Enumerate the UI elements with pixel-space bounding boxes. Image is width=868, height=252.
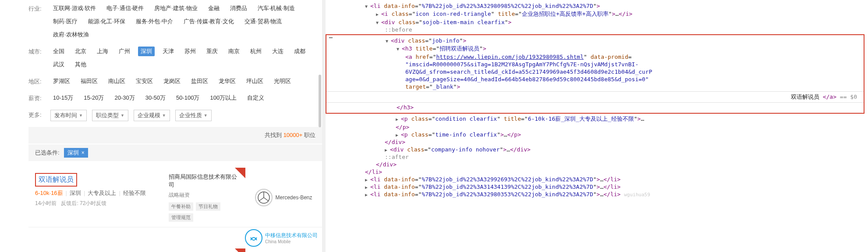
condition-tag[interactable]: 深圳 × bbox=[64, 148, 88, 158]
job-left: 双语解说员6-10k·16薪|深圳|大专及以上|经验不限14小时前 反馈后: 7… bbox=[28, 168, 164, 227]
dt-selected-marker: == $0 bbox=[836, 94, 857, 100]
filter-label: 更多: bbox=[28, 110, 50, 119]
dt-text-node: 双语解说员 bbox=[791, 94, 819, 100]
filter-item[interactable]: 10-15万 bbox=[50, 93, 76, 103]
filter-item[interactable]: 罗湖区 bbox=[50, 76, 73, 86]
pane-divider[interactable] bbox=[322, 0, 326, 252]
job-location: 深圳 bbox=[70, 190, 81, 196]
filter-item[interactable]: 南山区 bbox=[106, 76, 128, 86]
company-stage: 战略融资 bbox=[169, 191, 241, 199]
close-icon[interactable]: × bbox=[81, 150, 85, 156]
filter-item[interactable]: 50-100万 bbox=[174, 93, 202, 103]
conditions-label: 已选条件: bbox=[35, 149, 60, 157]
filter-item[interactable]: 政府·农林牧渔 bbox=[50, 30, 92, 40]
company-name[interactable]: 招商局国际信息技术有限公司 bbox=[169, 173, 241, 189]
job-mid: 招商局国际信息技术有限公司战略融资午餐补助节日礼物管理规范 bbox=[164, 168, 245, 227]
filter-item[interactable]: 服务·外包·中介 bbox=[133, 17, 176, 26]
job-tag: 节日礼物 bbox=[196, 202, 220, 211]
filter-item[interactable]: 上海 bbox=[94, 47, 111, 56]
filter-item[interactable]: 30-50万 bbox=[143, 93, 168, 103]
job-row: 法务经理20-30k·12薪|深圳-福田区|统招本科|3-5年9小时前 反馈后:… bbox=[28, 248, 322, 252]
filter-panel: 行业: 互联网·游戏·软件电子·通信·硬件房地产·建筑·物业金融消费品汽车·机械… bbox=[0, 0, 322, 252]
mercedes-logo-icon bbox=[255, 189, 273, 206]
filter-item[interactable]: 重庆 bbox=[204, 47, 220, 56]
dt-attr-value: %7B%22job_id%22%3A32980985%2C%22job_kind… bbox=[422, 3, 593, 9]
filter-item[interactable]: 20-30万 bbox=[112, 93, 138, 103]
filter-label: 城市: bbox=[28, 47, 50, 56]
job-tag: 午餐补助 bbox=[169, 202, 193, 211]
filter-label: 薪资: bbox=[28, 93, 50, 102]
filter-item[interactable]: 互联网·游戏·软件 bbox=[50, 4, 99, 13]
filter-item[interactable]: 交通·贸易·物流 bbox=[242, 17, 284, 26]
filter-item[interactable]: 消费品 bbox=[227, 4, 250, 13]
dt-attr-value: sojob-item-main clearfix bbox=[422, 19, 505, 25]
filter-item[interactable]: 杭州 bbox=[248, 47, 264, 56]
filter-item[interactable]: 全国 bbox=[50, 47, 67, 56]
job-right[interactable]: K酷狗音乐 bbox=[245, 248, 322, 252]
summary-prefix: 共找到 bbox=[265, 132, 283, 138]
corner-flag-icon bbox=[235, 248, 245, 252]
filter-item[interactable]: 苏州 bbox=[182, 47, 198, 56]
filter-item[interactable]: 自定义 bbox=[244, 93, 267, 103]
dt-pseudo: ::before bbox=[385, 26, 412, 33]
filter-row-industry: 行业: 互联网·游戏·软件电子·通信·硬件房地产·建筑·物业金融消费品汽车·机械… bbox=[28, 0, 322, 43]
filter-item[interactable]: 金融 bbox=[205, 4, 222, 13]
filter-item[interactable]: 坪山区 bbox=[244, 76, 266, 86]
filter-item[interactable]: 光明区 bbox=[271, 76, 294, 86]
summary-count: 10000+ bbox=[283, 132, 303, 138]
filter-item[interactable]: 天津 bbox=[160, 47, 177, 56]
filter-item[interactable]: 能源·化工·环保 bbox=[85, 17, 128, 26]
selected-conditions: 已选条件: 深圳 × bbox=[28, 144, 322, 161]
filter-item[interactable]: 龙岗区 bbox=[161, 76, 183, 86]
dt-attr-value: 招聘双语解说员 bbox=[439, 45, 479, 52]
filter-item[interactable]: 深圳 bbox=[138, 47, 155, 56]
filter-item[interactable]: 北京 bbox=[72, 47, 89, 56]
extra-logo-row: 中移信息技术有限公司China Mobile bbox=[28, 227, 322, 248]
filter-item[interactable]: 南京 bbox=[226, 47, 242, 56]
filter-item[interactable]: 宝安区 bbox=[133, 76, 156, 86]
devtools-highlight-box: ⋯ ▼<div class="job-info"> ▼<h3 title="招聘… bbox=[326, 34, 864, 114]
chevron-down-icon: ▼ bbox=[162, 113, 166, 118]
filter-item[interactable]: 盐田区 bbox=[188, 76, 211, 86]
filter-item[interactable]: 成都 bbox=[291, 47, 308, 56]
filter-item[interactable]: 大连 bbox=[269, 47, 286, 56]
chevron-down-icon: ▼ bbox=[204, 113, 208, 118]
dt-href[interactable]: https://www.liepin.com/job/1932980985.sh… bbox=[436, 54, 584, 60]
filter-item[interactable]: 电子·通信·硬件 bbox=[104, 4, 146, 13]
chevron-down-icon: ▼ bbox=[79, 113, 83, 118]
overflow-dots-icon: ⋯ bbox=[329, 34, 333, 41]
filter-item[interactable]: 广州 bbox=[116, 47, 133, 56]
filter-label: 行业: bbox=[28, 4, 50, 13]
dt-attr-value: icon icon-red-triangle bbox=[415, 11, 491, 17]
job-right[interactable]: Mercedes-Benz bbox=[245, 168, 322, 227]
company-logo-name: Mercedes-Benz bbox=[275, 194, 312, 201]
job-title-link[interactable]: 双语解说员 bbox=[35, 173, 77, 187]
job-exp: 经验不限 bbox=[123, 190, 146, 196]
scrollbar-thumb[interactable] bbox=[319, 75, 321, 127]
job-mid: 华特尔未融资年底双薪带薪年假通讯津贴 bbox=[164, 248, 245, 252]
filter-item[interactable]: 龙华区 bbox=[216, 76, 238, 86]
filter-item[interactable]: 房地产·建筑·物业 bbox=[152, 4, 200, 13]
dropdown-button[interactable]: 企业规模▼ bbox=[134, 110, 170, 121]
job-edu: 大专及以上 bbox=[88, 190, 116, 196]
summary-suffix: 职位 bbox=[302, 132, 315, 138]
china-mobile-logo-icon bbox=[245, 229, 262, 247]
filter-item[interactable]: 制药·医疗 bbox=[50, 17, 80, 26]
filter-item[interactable]: 福田区 bbox=[78, 76, 100, 86]
filter-item[interactable]: 武汉 bbox=[50, 60, 67, 69]
dt-attr-value: "imscid=R000000075&siTag=1B2M2Y8AsgTpgAm… bbox=[405, 61, 638, 68]
dropdown-button[interactable]: 职位类型▼ bbox=[92, 110, 128, 121]
dropdown-button[interactable]: 发布时间▼ bbox=[50, 110, 87, 121]
filter-label: 地区: bbox=[28, 76, 50, 86]
filter-item[interactable]: 15-20万 bbox=[81, 93, 106, 103]
china-mobile-logo[interactable]: 中移信息技术有限公司China Mobile bbox=[245, 229, 318, 247]
filter-row-region: 地区: 罗湖区福田区南山区宝安区龙岗区盐田区龙华区坪山区光明区 bbox=[28, 73, 322, 90]
filter-item[interactable]: 其他 bbox=[72, 60, 89, 69]
job-salary: 6-10k·16薪 bbox=[35, 190, 63, 196]
filter-item[interactable]: 100万以上 bbox=[207, 93, 239, 103]
dt-attr-value: 企业急招职位+高反馈率+高入职率 bbox=[522, 11, 609, 17]
dropdown-button[interactable]: 企业性质▼ bbox=[175, 110, 212, 121]
filter-item[interactable]: 汽车·机械·制造 bbox=[255, 4, 298, 13]
dt-attr-value: _blank bbox=[433, 83, 453, 90]
filter-item[interactable]: 广告·传媒·教育·文化 bbox=[181, 17, 237, 26]
